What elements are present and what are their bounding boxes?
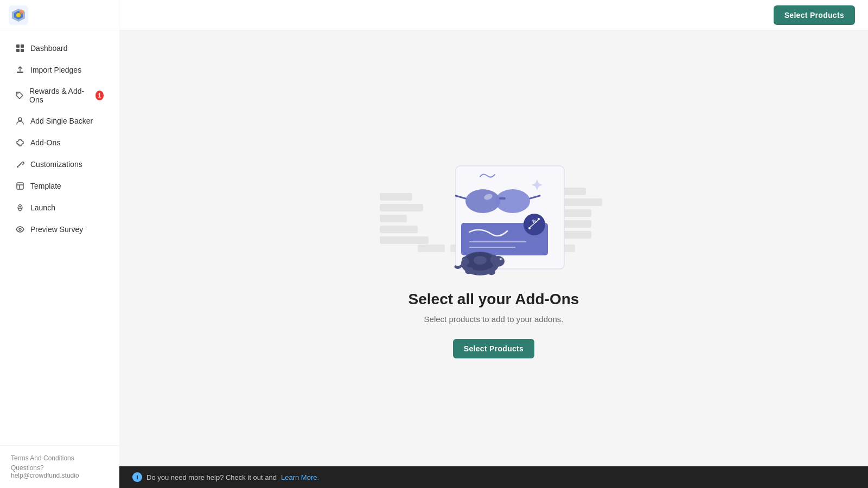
puzzle-icon bbox=[15, 138, 25, 147]
sidebar-footer: Terms And Conditions Questions? help@cro… bbox=[0, 445, 119, 488]
svg-rect-7 bbox=[16, 49, 20, 52]
paint-icon bbox=[15, 159, 25, 169]
upload-icon bbox=[15, 65, 25, 75]
svg-rect-28 bbox=[418, 245, 445, 252]
svg-rect-8 bbox=[21, 49, 24, 52]
sidebar-item-add-single-backer[interactable]: Add Single Backer bbox=[4, 111, 114, 131]
svg-rect-21 bbox=[380, 226, 418, 233]
notification-badge: 1 bbox=[95, 91, 104, 100]
sidebar-item-label: Launch bbox=[30, 203, 55, 212]
topbar-select-products-button[interactable]: Select Products bbox=[774, 5, 855, 25]
eye-icon bbox=[15, 224, 25, 234]
info-icon: i bbox=[132, 472, 142, 482]
rocket-icon bbox=[15, 203, 25, 213]
svg-rect-9 bbox=[17, 72, 23, 73]
sidebar-item-customizations[interactable]: Customizations bbox=[4, 154, 114, 175]
main-subheading: Select products to add to your addons. bbox=[424, 314, 564, 324]
svg-point-52 bbox=[500, 258, 502, 260]
svg-rect-36 bbox=[499, 197, 506, 200]
svg-rect-25 bbox=[564, 209, 591, 217]
main-heading: Select all your Add-Ons bbox=[409, 291, 579, 308]
svg-rect-24 bbox=[559, 198, 602, 206]
sidebar-item-label: Preview Survey bbox=[30, 225, 83, 234]
learn-more-link[interactable]: Learn More. bbox=[281, 473, 319, 481]
email-link[interactable]: help@crowdfund.studio bbox=[11, 472, 79, 479]
svg-point-50 bbox=[474, 256, 487, 265]
addon-illustration: % bbox=[374, 139, 613, 291]
sidebar-item-preview-survey[interactable]: Preview Survey bbox=[4, 219, 114, 240]
sidebar-item-rewards-addons[interactable]: Rewards & Add-Ons 1 bbox=[4, 81, 114, 110]
svg-rect-18 bbox=[380, 193, 412, 201]
svg-rect-5 bbox=[16, 44, 20, 48]
svg-point-43 bbox=[524, 214, 545, 235]
svg-rect-22 bbox=[380, 236, 429, 244]
sidebar-item-dashboard[interactable]: Dashboard bbox=[4, 38, 114, 59]
svg-point-47 bbox=[538, 218, 540, 220]
svg-rect-20 bbox=[380, 215, 407, 222]
sidebar-item-add-ons[interactable]: Add-Ons bbox=[4, 132, 114, 153]
grid-icon bbox=[15, 43, 25, 53]
content-area: % bbox=[119, 30, 868, 466]
topbar: Select Products bbox=[119, 0, 868, 30]
terms-link[interactable]: Terms And Conditions bbox=[11, 454, 108, 462]
sidebar-item-label: Customizations bbox=[30, 160, 82, 169]
select-products-button[interactable]: Select Products bbox=[453, 339, 534, 358]
illustration: % bbox=[374, 139, 613, 291]
sidebar-item-label: Dashboard bbox=[30, 44, 68, 53]
svg-point-12 bbox=[17, 166, 18, 168]
sidebar-item-label: Import Pledges bbox=[30, 66, 81, 74]
svg-point-10 bbox=[17, 93, 18, 94]
svg-point-34 bbox=[465, 189, 500, 213]
sidebar-item-label: Template bbox=[30, 182, 61, 190]
footer-questions: Questions? help@crowdfund.studio bbox=[11, 464, 108, 479]
sidebar-nav: Dashboard Import Pledges Rewards & Add-O… bbox=[0, 30, 119, 445]
tag-icon bbox=[15, 91, 24, 100]
logo-area bbox=[0, 0, 119, 30]
svg-point-17 bbox=[19, 228, 21, 230]
svg-rect-13 bbox=[17, 183, 23, 189]
help-bar: i Do you need more help? Check it out an… bbox=[119, 466, 868, 488]
sidebar-item-label: Add Single Backer bbox=[30, 117, 93, 125]
svg-rect-19 bbox=[380, 204, 423, 211]
svg-point-16 bbox=[20, 206, 21, 208]
sidebar-item-label: Rewards & Add-Ons bbox=[29, 87, 88, 104]
person-icon bbox=[15, 116, 25, 126]
svg-point-46 bbox=[528, 227, 531, 229]
sidebar-item-label: Add-Ons bbox=[30, 138, 60, 147]
svg-rect-27 bbox=[561, 231, 591, 239]
svg-rect-6 bbox=[21, 44, 24, 48]
sidebar-item-launch[interactable]: Launch bbox=[4, 197, 114, 218]
main-content: Select Products bbox=[119, 0, 868, 488]
help-text: Do you need more help? Check it out and bbox=[146, 473, 277, 481]
template-icon bbox=[15, 181, 25, 191]
svg-point-11 bbox=[18, 118, 22, 121]
sidebar: Dashboard Import Pledges Rewards & Add-O… bbox=[0, 0, 119, 488]
app-logo bbox=[9, 5, 28, 25]
sidebar-item-template[interactable]: Template bbox=[4, 176, 114, 196]
svg-point-35 bbox=[495, 189, 530, 213]
sidebar-item-import-pledges[interactable]: Import Pledges bbox=[4, 60, 114, 80]
